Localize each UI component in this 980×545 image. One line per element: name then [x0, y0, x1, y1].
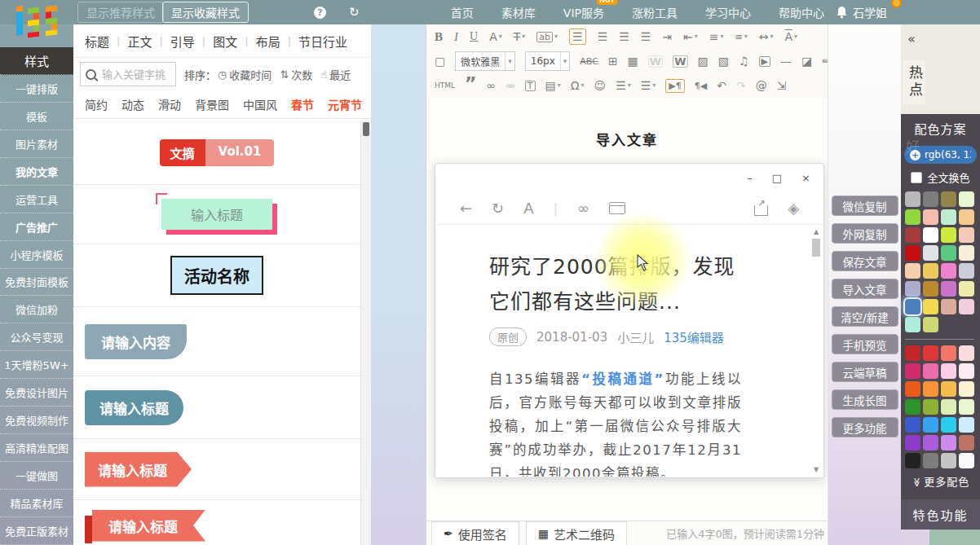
color-swatch[interactable] [923, 299, 938, 314]
menu-item-帮助中心[interactable]: 帮助中心 [779, 4, 824, 20]
image-library-icon[interactable]: ▧ [718, 55, 729, 67]
color-swatch[interactable] [941, 281, 956, 297]
dialog-scrollbar[interactable]: ▲ ▼ [811, 228, 821, 473]
style-tab-标题[interactable]: 标题 [85, 33, 109, 50]
article-source-link[interactable]: 135编辑器 [664, 328, 724, 345]
color-swatch[interactable] [923, 191, 938, 207]
action-button-云端草稿[interactable]: 云端草稿 [832, 362, 898, 382]
scroll-down-icon[interactable]: ▼ [811, 466, 821, 473]
style-item-flag[interactable]: 请输入标题 [73, 500, 360, 545]
show-recommend-button[interactable]: 显示推荐样式 [77, 2, 164, 23]
unordered-list-icon[interactable]: ☰▾ [641, 80, 656, 91]
signature-button[interactable]: ✒ 使用签名 [431, 521, 519, 545]
color-swatch[interactable] [941, 209, 956, 225]
style-item-graytag[interactable]: 请输入内容 [73, 307, 360, 376]
color-swatch[interactable] [941, 417, 956, 433]
style-tab-正文[interactable]: 正文 [127, 33, 152, 50]
redo-icon[interactable]: ↷ [736, 80, 746, 91]
remove-link-icon[interactable]: ∞ [505, 80, 515, 91]
special-char-icon[interactable]: Ω▾ [571, 80, 585, 91]
color-swatch[interactable] [923, 381, 938, 397]
color-swatch[interactable] [923, 245, 938, 261]
sidebar-item-公众号变现[interactable]: 公众号变现 [0, 323, 73, 351]
blockquote-icon[interactable]: ” [465, 81, 476, 90]
sidebar-item-精品素材库[interactable]: 精品素材库 [0, 490, 73, 517]
highlight-icon[interactable]: ab▾ [536, 32, 558, 42]
sidebar-item-一键排版[interactable]: 一键排版 [0, 75, 73, 103]
close-button[interactable]: × [801, 173, 810, 183]
emoticon-icon[interactable]: ☺ [594, 80, 607, 91]
body-link[interactable]: “投稿通道” [581, 371, 664, 387]
color-swatch[interactable] [959, 209, 974, 225]
color-swatch[interactable] [959, 299, 974, 314]
bell-icon[interactable] [836, 6, 848, 19]
sidebar-item-免费设计图片[interactable]: 免费设计图片 [0, 379, 73, 407]
fullscreen-icon[interactable]: ⇲ [777, 80, 787, 91]
color-swatch[interactable] [905, 363, 920, 379]
scroll-up-icon[interactable]: ▲ [811, 228, 821, 235]
color-swatch[interactable] [941, 245, 956, 261]
sidebar-item-广告推广[interactable]: 广告推广 [0, 213, 73, 241]
color-swatch[interactable] [959, 263, 974, 279]
menu-item-学习中心[interactable]: 学习中心 [705, 4, 751, 20]
color-swatch[interactable] [905, 345, 920, 361]
color-swatch[interactable] [941, 399, 956, 415]
more-colors-button[interactable]: ≫更多配色 [901, 473, 980, 489]
color-swatch[interactable] [941, 227, 956, 243]
color-swatch[interactable] [959, 191, 974, 207]
hot-tab[interactable]: 热点 [903, 60, 925, 104]
bold-icon[interactable]: B [435, 31, 443, 43]
style-panel-scrollbar[interactable] [360, 121, 371, 545]
color-swatch[interactable] [905, 417, 920, 433]
find-replace-icon[interactable]: @ [756, 80, 767, 91]
menu-item-涨粉工具[interactable]: 涨粉工具 [632, 4, 678, 20]
color-swatch[interactable] [941, 263, 956, 279]
art-qrcode-button[interactable]: ▦ 艺术二维码 [526, 521, 627, 545]
color-swatch[interactable] [923, 417, 938, 433]
editor-content[interactable]: 导入文章 –□× ←↻A|∞◈ 研究了2000篇排版，发现它们都有这些问题...… [426, 98, 828, 521]
action-button-生成长图[interactable]: 生成长图 [832, 389, 898, 410]
style-item-mint[interactable]: 输入标题 [73, 185, 360, 244]
sort-option-次数[interactable]: ⇅次数 [280, 67, 312, 82]
color-swatch[interactable] [959, 245, 974, 261]
action-button-手机预览[interactable]: 手机预览 [832, 334, 898, 354]
collapse-icon[interactable]: « [907, 31, 916, 46]
action-button-微信复制[interactable]: 微信复制 [832, 196, 898, 216]
filter-中国风[interactable]: 中国风 [243, 96, 277, 112]
style-tab-图文[interactable]: 图文 [213, 33, 237, 50]
insert-table-icon[interactable]: ⊞ [608, 55, 618, 67]
action-button-导入文章[interactable]: 导入文章 [832, 279, 898, 299]
color-swatch[interactable] [905, 209, 920, 225]
color-swatch[interactable] [941, 453, 956, 468]
action-button-外网复制[interactable]: 外网复制 [832, 223, 898, 244]
color-swatch[interactable] [923, 453, 938, 468]
material-cube-icon[interactable]: ◈ [788, 200, 799, 217]
sidebar-item-免费正版素材[interactable]: 免费正版素材 [0, 517, 73, 545]
color-swatch[interactable] [959, 435, 974, 451]
color-swatch[interactable] [941, 345, 956, 361]
strike-color-icon[interactable]: T▾ [514, 31, 526, 42]
action-button-保存文章[interactable]: 保存文章 [832, 251, 898, 271]
color-swatch[interactable] [941, 435, 956, 451]
color-swatch[interactable] [923, 317, 938, 332]
style-item-digest[interactable]: 文摘Vol.01 [73, 121, 360, 185]
color-swatch[interactable] [959, 345, 974, 361]
word-import-disabled-icon[interactable]: W [648, 55, 663, 68]
share-icon[interactable] [754, 205, 768, 216]
sidebar-item-一键做图[interactable]: 一键做图 [0, 462, 73, 490]
color-swatch[interactable] [941, 381, 956, 397]
color-swatch[interactable] [941, 191, 956, 207]
full-text-recolor-checkbox[interactable]: 全文换色 [901, 169, 980, 185]
color-swatch[interactable] [941, 299, 956, 314]
color-swatch[interactable] [959, 417, 974, 433]
color-swatch[interactable] [923, 435, 938, 451]
refresh-icon[interactable]: ↻ [492, 200, 504, 217]
ordered-list-icon[interactable]: ☰▾ [616, 80, 631, 91]
color-swatch[interactable] [905, 317, 920, 332]
filter-春节[interactable]: 春节 [291, 96, 314, 112]
color-swatch[interactable] [905, 381, 920, 397]
color-swatch[interactable] [923, 209, 938, 225]
sidebar-item-免费视频制作[interactable]: 免费视频制作 [0, 407, 73, 434]
special-features-button[interactable]: 特色功能 [901, 499, 980, 530]
color-swatch[interactable] [923, 281, 938, 297]
